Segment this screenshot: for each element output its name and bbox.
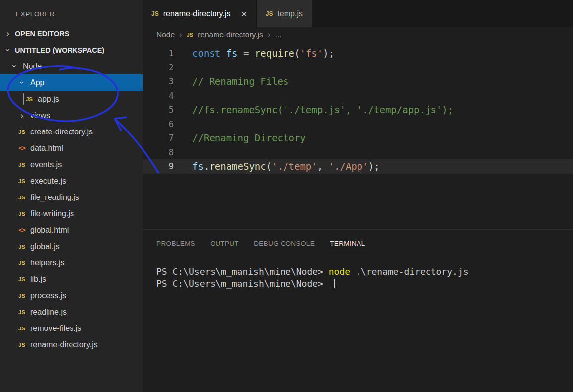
code-line-1: 1const fs = require('fs'); — [143, 46, 573, 61]
explorer-title: EXPLORER — [0, 0, 143, 25]
code-token: //Renaming Directory — [192, 132, 306, 143]
tree-item-label: remove-files.js — [30, 324, 81, 333]
code-token: ) — [323, 48, 328, 59]
open-editors-section[interactable]: › OPEN EDITORS — [0, 25, 143, 42]
breadcrumb-item[interactable]: ... — [275, 30, 281, 39]
line-number: 5 — [143, 103, 174, 117]
tree-item-app.js[interactable]: JSapp.js — [0, 91, 143, 107]
file-icon-slot: JS — [17, 162, 26, 168]
tree-item-global.html[interactable]: <>global.html — [0, 222, 143, 238]
code-line-text: //Renaming Directory — [174, 131, 306, 145]
code-token: ; — [374, 161, 379, 172]
tree-item-label: create-directory.js — [30, 128, 93, 136]
js-file-icon: JS — [18, 309, 25, 315]
terminal-cursor — [330, 279, 335, 288]
tree-item-events.js[interactable]: JSevents.js — [0, 156, 143, 173]
file-icon-slot: JS — [17, 129, 26, 135]
breadcrumb-item[interactable]: rename-directory.js — [198, 30, 263, 39]
tree-item-file-writing.js[interactable]: JSfile-writing.js — [0, 205, 143, 222]
code-line-6: 6 — [143, 117, 573, 131]
chevron-right-icon: › — [179, 30, 182, 40]
chevron-down-icon: › — [18, 79, 26, 87]
terminal-text: PS C:\Users\m_manish\mine\Node> — [156, 266, 329, 277]
js-file-icon: JS — [18, 293, 25, 299]
tree-item-global.js[interactable]: JSglobal.js — [0, 238, 143, 255]
bottom-panel: PROBLEMSOUTPUTDEBUG CONSOLETERMINAL PS C… — [143, 229, 573, 392]
file-icon-slot: JS — [17, 309, 26, 315]
code-token: ; — [329, 48, 334, 59]
file-icon-slot: JS — [17, 260, 26, 266]
editor-tabbar: JSrename-directory.js×JStemp.js — [143, 0, 573, 27]
tree-item-label: views — [30, 111, 50, 120]
tree-item-label: execute.js — [30, 177, 66, 186]
tab-label: temp.js — [277, 9, 303, 18]
html-file-icon: <> — [18, 226, 25, 234]
file-icon-slot: JS — [17, 326, 26, 331]
editor-tab-temp.js[interactable]: JStemp.js — [257, 0, 312, 27]
file-icon-slot: JS — [17, 342, 26, 348]
editor-area: JSrename-directory.js×JStemp.js Node›JSr… — [143, 0, 573, 392]
editor-tab-rename-directory.js[interactable]: JSrename-directory.js× — [143, 0, 257, 27]
tree-item-label: global.js — [30, 242, 60, 251]
line-number: 6 — [143, 117, 174, 131]
tree-item-label: file_reading.js — [30, 193, 79, 202]
file-icon-slot: JS — [17, 276, 26, 282]
code-line-2: 2 — [143, 61, 573, 75]
tree-item-App[interactable]: ›App — [0, 74, 143, 91]
chevron-right-icon: › — [4, 29, 12, 38]
tree-item-data.html[interactable]: <>data.html — [0, 140, 143, 156]
tree-item-helpers.js[interactable]: JShelpers.js — [0, 255, 143, 271]
panel-tab-debug-console[interactable]: DEBUG CONSOLE — [254, 240, 315, 251]
workspace-section[interactable]: › UNTITLED (WORKSPACE) — [0, 42, 143, 58]
tree-item-create-directory.js[interactable]: JScreate-directory.js — [0, 124, 143, 140]
panel-tab-problems[interactable]: PROBLEMS — [156, 240, 195, 251]
code-token — [323, 161, 328, 172]
chevron-down-icon: › — [10, 63, 19, 70]
tree-item-views[interactable]: ›views — [0, 107, 143, 124]
code-token: // Renaming Files — [192, 76, 288, 87]
file-icon-slot: JS — [17, 211, 26, 217]
workspace-label: UNTITLED (WORKSPACE) — [15, 46, 104, 54]
file-icon-slot: JS — [17, 244, 26, 250]
code-token: . — [204, 161, 209, 172]
js-file-icon: JS — [18, 162, 25, 168]
tree-item-file_reading.js[interactable]: JSfile_reading.js — [0, 189, 143, 205]
code-editor[interactable]: 1const fs = require('fs');23// Renaming … — [143, 42, 573, 229]
file-tree: ›Node›AppJSapp.js›viewsJScreate-director… — [0, 58, 143, 353]
terminal-text: PS C:\Users\m_manish\mine\Node> — [156, 278, 329, 289]
line-number: 8 — [143, 145, 174, 160]
terminal[interactable]: PS C:\Users\m_manish\mine\Node> node .\r… — [143, 251, 573, 290]
panel-tab-terminal[interactable]: TERMINAL — [330, 240, 365, 251]
tree-item-lib.js[interactable]: JSlib.js — [0, 271, 143, 287]
code-token: require — [255, 48, 294, 59]
code-token: renameSync — [209, 161, 266, 172]
code-token: const — [192, 48, 220, 59]
code-token: = — [243, 48, 249, 59]
tree-item-process.js[interactable]: JSprocess.js — [0, 287, 143, 304]
tree-item-label: file-writing.js — [30, 209, 74, 218]
file-icon-slot: JS — [25, 96, 34, 102]
breadcrumb-item[interactable]: Node — [156, 30, 175, 39]
code-line-5: 5//fs.renameSync('./temp.js', './temp/ap… — [143, 103, 573, 117]
tree-item-remove-files.js[interactable]: JSremove-files.js — [0, 320, 143, 336]
code-token: ( — [266, 161, 272, 172]
code-line-4: 4 — [143, 89, 573, 103]
code-token: ) — [368, 161, 374, 172]
tree-item-readline.js[interactable]: JSreadline.js — [0, 304, 143, 320]
tree-item-label: Node — [23, 62, 42, 71]
code-token: fs — [192, 161, 204, 172]
code-token: './temp' — [272, 161, 317, 172]
line-number: 2 — [143, 61, 174, 75]
tree-item-Node[interactable]: ›Node — [0, 58, 143, 74]
tree-item-label: helpers.js — [30, 259, 64, 267]
tree-item-rename-directory.js[interactable]: JSrename-directory.js — [0, 336, 143, 353]
file-icon-slot: › — [17, 78, 26, 87]
js-file-icon: JS — [18, 326, 25, 331]
code-token: './App' — [329, 161, 368, 172]
code-token: ( — [294, 48, 300, 59]
close-icon[interactable]: × — [241, 8, 247, 19]
panel-tab-output[interactable]: OUTPUT — [210, 240, 239, 251]
js-file-icon: JS — [26, 96, 33, 102]
tree-item-execute.js[interactable]: JSexecute.js — [0, 173, 143, 189]
code-line-8: 8 — [143, 145, 573, 160]
